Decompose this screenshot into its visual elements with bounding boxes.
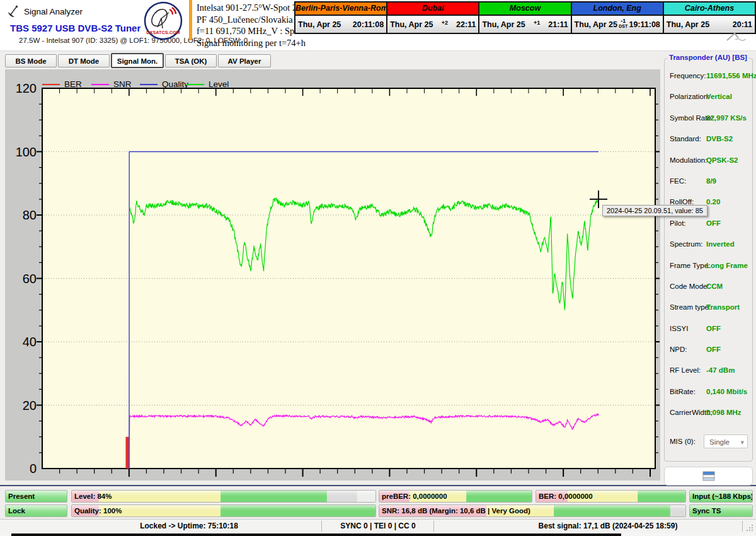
clock-city-label: London, Eng: [572, 3, 663, 16]
y-tick-40: 40: [8, 335, 37, 349]
y-tick-120: 120: [8, 81, 37, 95]
clock-city-label: Moscow: [479, 3, 570, 16]
transponder-row: Pilot:OFF: [665, 214, 752, 235]
tab-dt-mode[interactable]: DT Mode: [58, 54, 110, 67]
sync-ts-indicator: Sync TS: [689, 504, 753, 517]
uptime-status: Locked -> Uptime: 75:10:18: [57, 521, 321, 530]
info-line-site: PF 450_Lučenec/Slovakia: [197, 14, 306, 26]
clock-date: Thu, Apr 25: [667, 20, 709, 29]
y-tick-0: 0: [8, 462, 37, 475]
transponder-row: BitRate:0,140 Mbit/s: [665, 382, 752, 403]
level-legend-swatch: [186, 84, 204, 85]
tab-tsa[interactable]: TSA (OK): [165, 54, 217, 67]
transponder-panel: Frequency:11691,556 MHzPolarization:Vert…: [664, 58, 753, 462]
clock-utc-offset: +2: [442, 20, 448, 26]
app-title: Signal Analyzer: [24, 7, 83, 16]
clock-moscow: Moscow Thu, Apr 25 +1 21:11: [479, 3, 571, 33]
clock-time: 21:11: [548, 20, 568, 29]
transponder-row: Standard:DVB-S2: [665, 129, 752, 150]
clock-berlin-paris-vienna-roma: Berlin-Paris-Vienna-Roma Thu, Apr 25 20:…: [295, 3, 387, 33]
tab-bs-mode[interactable]: BS Mode: [5, 54, 57, 67]
transponder-row: ISSYIOFF: [665, 319, 752, 340]
statusbar-divider: [433, 521, 434, 532]
transponder-rows: Frequency:11691,556 MHzPolarization:Vert…: [665, 66, 752, 424]
transponder-row: Frequency:11691,556 MHz: [665, 66, 752, 87]
mis-select[interactable]: Single ▾: [704, 434, 748, 448]
statusbar-divider: [321, 521, 322, 532]
transponder-row: Frame Type:Long Frame: [665, 256, 752, 277]
snr-legend-swatch: [91, 84, 109, 85]
statusbar: Locked -> Uptime: 75:10:18 SYNC 0 | TEI …: [0, 519, 756, 533]
snr-progressbar: SNR: 16,8 dB (Margin: 10,6 dB | Very Goo…: [379, 504, 686, 517]
panel-separator: [0, 485, 756, 486]
app-icon: [6, 4, 20, 21]
header: Signal Analyzer TBS 5927 USB DVB-S2 Tune…: [0, 0, 756, 51]
sync-counters-status: SYNC 0 | TEI 0 | CC 0: [323, 521, 433, 530]
transponder-row: FEC:8/9: [665, 172, 752, 192]
clock-time: 20:11: [733, 20, 752, 29]
quality-legend-swatch: [140, 84, 158, 85]
clock-utc-offset: +1: [534, 20, 540, 26]
transponder-row: CarrierWidth:0,098 MHz: [665, 403, 752, 424]
ts-data-button[interactable]: [664, 467, 753, 486]
dxsatcs-logo: DXSATCS.COM: [143, 1, 183, 41]
level-progressbar: Level: 84%: [71, 490, 376, 503]
signal-analyzer-window: Signal Analyzer TBS 5927 USB DVB-S2 Tune…: [0, 0, 756, 536]
level-legend-label: Level: [209, 79, 229, 89]
clock-date: Thu, Apr 25: [575, 20, 617, 29]
quality-progressbar: Quality: 100%: [71, 504, 376, 517]
best-signal-status: Best signal: 17,1 dB (2024-04-25 18:59): [466, 521, 750, 530]
clock-time: 22:11: [456, 20, 476, 29]
bottom-edge: [0, 533, 756, 536]
clock-time: 20:11:08: [353, 20, 384, 29]
logo-text: DXSATCS.COM: [146, 30, 180, 35]
clock-time: 19:11:08: [629, 20, 660, 29]
clock-city-label: Berlin-Paris-Vienna-Roma: [295, 3, 386, 16]
ber-legend-label: BER: [64, 79, 82, 89]
y-tick-20: 20: [8, 399, 37, 412]
tab-signal-mon[interactable]: Signal Mon.: [111, 53, 164, 68]
info-line-frequency: f=11 691,750 MHz_V : Spirit: [197, 25, 306, 37]
snr-legend-label: SNR: [113, 79, 132, 89]
statusbar-divider: [742, 521, 743, 532]
ts-data-icon: [702, 471, 715, 481]
transponder-row: Modulation:QPSK-S2: [665, 151, 752, 172]
info-line-duration: Signal monitoring per t=74+h: [197, 37, 306, 49]
lock-indicator: Lock: [5, 504, 67, 517]
clock-date: Thu, Apr 25: [482, 20, 525, 29]
tab-av-player[interactable]: AV Player: [218, 54, 271, 67]
clock-date: Thu, Apr 25: [298, 20, 341, 29]
legend-item-level: Level: [186, 79, 229, 89]
transponder-row: NPD:OFF: [665, 340, 752, 361]
legend-item-quality: Quality: [140, 79, 188, 89]
chart-tooltip: 2024-04-25 20.09.51, value: 85: [602, 205, 707, 216]
clock-date: Thu, Apr 25: [390, 20, 433, 29]
chevron-down-icon: ▾: [740, 435, 744, 449]
preber-progressbar: preBER: 0,0000000: [379, 490, 532, 503]
transponder-panel-title: Transponder (AU) [BS]: [667, 54, 749, 61]
legend-item-ber: BER: [42, 79, 82, 89]
transponder-row-mis: MIS (0): Single ▾: [665, 434, 752, 450]
info-line-satellite: Intelsat 901-27.5°W-Spot 2: [197, 2, 306, 14]
clock-london: London, Eng Thu, Apr 25 -1DST 19:11:08: [572, 3, 664, 33]
quality-legend-label: Quality: [162, 79, 188, 89]
input-indicator: Input (~188 Kbps): [689, 490, 753, 503]
ber-legend-swatch: [42, 84, 60, 85]
transponder-row: Polarization:Vertical: [665, 87, 752, 108]
clock-dubai: Dubai Thu, Apr 25 +2 22:11: [387, 3, 479, 33]
y-tick-80: 80: [8, 208, 37, 222]
mis-label: MIS (0):: [670, 438, 696, 445]
header-divider-strip: [189, 0, 192, 40]
clock-city-label: Dubai: [387, 3, 478, 16]
signal-monitor-chart: BER SNR Quality Level 120 100 80 60 40 2…: [5, 69, 660, 481]
clock-cairo-athens: Cairo-Athens Thu, Apr 25 20:11: [664, 3, 755, 33]
watermark-icon: [726, 32, 747, 45]
transponder-row: Spectrum:Inverted: [665, 235, 752, 255]
clock-city-label: Cairo-Athens: [664, 3, 755, 16]
y-tick-100: 100: [8, 145, 37, 159]
clock-dst-offset: -1DST: [619, 18, 627, 28]
transponder-row: RF Level:-47 dBm: [665, 361, 752, 382]
device-title: TBS 5927 USB DVB-S2 Tuner: [10, 23, 140, 33]
transponder-row: Symbol Rate:82,997 KS/s: [665, 108, 752, 129]
resize-grip[interactable]: [747, 522, 754, 533]
